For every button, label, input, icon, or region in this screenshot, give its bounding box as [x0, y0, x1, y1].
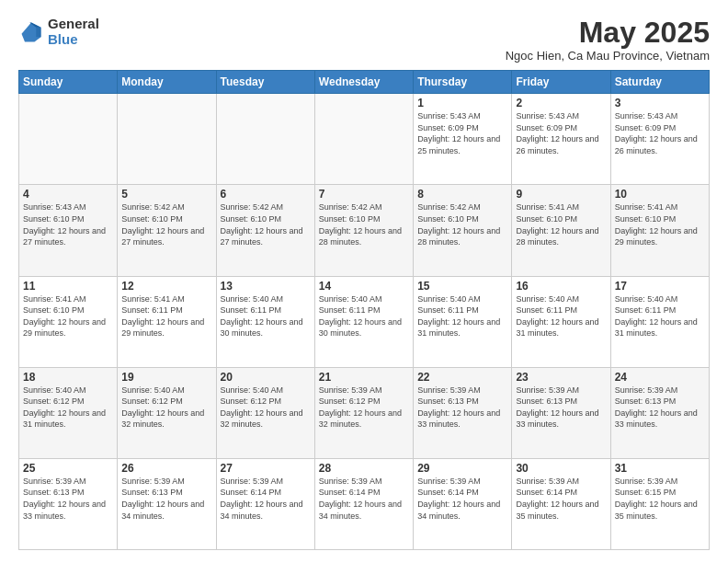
logo-icon — [18, 19, 44, 45]
day-number: 19 — [121, 371, 211, 384]
day-number: 16 — [516, 280, 606, 293]
day-number: 29 — [417, 462, 507, 475]
calendar-day-empty — [216, 94, 314, 185]
day-number: 26 — [121, 462, 211, 475]
day-number: 23 — [516, 371, 606, 384]
day-info: Sunrise: 5:40 AM Sunset: 6:12 PM Dayligh… — [23, 385, 113, 431]
calendar-week-row: 11Sunrise: 5:41 AM Sunset: 6:10 PM Dayli… — [19, 276, 710, 367]
weekday-header-friday: Friday — [512, 71, 610, 94]
calendar-day-14: 14Sunrise: 5:40 AM Sunset: 6:11 PM Dayli… — [314, 276, 413, 367]
weekday-header-saturday: Saturday — [610, 71, 709, 94]
day-info: Sunrise: 5:43 AM Sunset: 6:10 PM Dayligh… — [23, 201, 113, 247]
calendar-day-8: 8Sunrise: 5:42 AM Sunset: 6:10 PM Daylig… — [414, 185, 512, 276]
day-info: Sunrise: 5:40 AM Sunset: 6:11 PM Dayligh… — [221, 293, 311, 339]
calendar-day-21: 21Sunrise: 5:39 AM Sunset: 6:12 PM Dayli… — [314, 367, 413, 458]
weekday-header-monday: Monday — [118, 71, 216, 94]
day-info: Sunrise: 5:39 AM Sunset: 6:13 PM Dayligh… — [516, 385, 606, 431]
calendar-header-row: SundayMondayTuesdayWednesdayThursdayFrid… — [19, 71, 710, 94]
day-number: 24 — [615, 371, 705, 384]
day-number: 25 — [23, 462, 113, 475]
day-number: 14 — [319, 280, 409, 293]
day-info: Sunrise: 5:39 AM Sunset: 6:15 PM Dayligh… — [615, 476, 705, 522]
day-info: Sunrise: 5:41 AM Sunset: 6:10 PM Dayligh… — [516, 201, 606, 247]
calendar-day-27: 27Sunrise: 5:39 AM Sunset: 6:14 PM Dayli… — [216, 458, 314, 549]
page: General Blue May 2025 Ngoc Hien, Ca Mau … — [0, 0, 728, 563]
svg-marker-2 — [36, 27, 40, 37]
calendar-day-22: 22Sunrise: 5:39 AM Sunset: 6:13 PM Dayli… — [414, 367, 512, 458]
calendar-day-28: 28Sunrise: 5:39 AM Sunset: 6:14 PM Dayli… — [314, 458, 413, 549]
day-number: 5 — [121, 188, 211, 201]
calendar-location: Ngoc Hien, Ca Mau Province, Vietnam — [506, 49, 710, 63]
calendar-day-10: 10Sunrise: 5:41 AM Sunset: 6:10 PM Dayli… — [610, 185, 709, 276]
calendar-day-4: 4Sunrise: 5:43 AM Sunset: 6:10 PM Daylig… — [19, 185, 118, 276]
day-info: Sunrise: 5:40 AM Sunset: 6:11 PM Dayligh… — [615, 293, 705, 339]
day-number: 3 — [615, 97, 705, 109]
calendar-day-20: 20Sunrise: 5:40 AM Sunset: 6:12 PM Dayli… — [216, 367, 314, 458]
day-info: Sunrise: 5:42 AM Sunset: 6:10 PM Dayligh… — [121, 201, 211, 247]
day-number: 21 — [319, 371, 409, 384]
calendar-day-31: 31Sunrise: 5:39 AM Sunset: 6:15 PM Dayli… — [610, 458, 709, 549]
day-number: 15 — [417, 280, 507, 293]
day-info: Sunrise: 5:42 AM Sunset: 6:10 PM Dayligh… — [319, 201, 409, 247]
day-info: Sunrise: 5:43 AM Sunset: 6:09 PM Dayligh… — [615, 110, 705, 156]
logo: General Blue — [18, 17, 99, 47]
day-number: 18 — [23, 371, 113, 384]
day-number: 13 — [221, 280, 311, 293]
calendar-day-30: 30Sunrise: 5:39 AM Sunset: 6:14 PM Dayli… — [512, 458, 610, 549]
day-info: Sunrise: 5:43 AM Sunset: 6:09 PM Dayligh… — [417, 110, 507, 156]
day-info: Sunrise: 5:40 AM Sunset: 6:11 PM Dayligh… — [417, 293, 507, 339]
day-info: Sunrise: 5:40 AM Sunset: 6:12 PM Dayligh… — [221, 385, 311, 431]
day-info: Sunrise: 5:39 AM Sunset: 6:12 PM Dayligh… — [319, 385, 409, 431]
weekday-header-wednesday: Wednesday — [314, 71, 413, 94]
day-number: 28 — [319, 462, 409, 475]
calendar-week-row: 4Sunrise: 5:43 AM Sunset: 6:10 PM Daylig… — [19, 185, 710, 276]
day-info: Sunrise: 5:39 AM Sunset: 6:14 PM Dayligh… — [417, 476, 507, 522]
weekday-header-tuesday: Tuesday — [216, 71, 314, 94]
day-info: Sunrise: 5:39 AM Sunset: 6:14 PM Dayligh… — [516, 476, 606, 522]
calendar-day-2: 2Sunrise: 5:43 AM Sunset: 6:09 PM Daylig… — [512, 94, 610, 185]
calendar-day-empty — [314, 94, 413, 185]
calendar-day-13: 13Sunrise: 5:40 AM Sunset: 6:11 PM Dayli… — [216, 276, 314, 367]
weekday-header-thursday: Thursday — [414, 71, 512, 94]
day-number: 12 — [121, 280, 211, 293]
day-number: 22 — [417, 371, 507, 384]
day-info: Sunrise: 5:40 AM Sunset: 6:11 PM Dayligh… — [516, 293, 606, 339]
day-info: Sunrise: 5:39 AM Sunset: 6:13 PM Dayligh… — [121, 476, 211, 522]
calendar-title: May 2025 — [506, 17, 710, 49]
calendar-week-row: 18Sunrise: 5:40 AM Sunset: 6:12 PM Dayli… — [19, 367, 710, 458]
calendar-day-9: 9Sunrise: 5:41 AM Sunset: 6:10 PM Daylig… — [512, 185, 610, 276]
calendar-day-18: 18Sunrise: 5:40 AM Sunset: 6:12 PM Dayli… — [19, 367, 118, 458]
header: General Blue May 2025 Ngoc Hien, Ca Mau … — [18, 17, 710, 63]
day-number: 7 — [319, 188, 409, 201]
calendar-day-11: 11Sunrise: 5:41 AM Sunset: 6:10 PM Dayli… — [19, 276, 118, 367]
calendar-day-empty — [118, 94, 216, 185]
calendar-day-29: 29Sunrise: 5:39 AM Sunset: 6:14 PM Dayli… — [414, 458, 512, 549]
day-info: Sunrise: 5:42 AM Sunset: 6:10 PM Dayligh… — [221, 201, 311, 247]
day-info: Sunrise: 5:42 AM Sunset: 6:10 PM Dayligh… — [417, 201, 507, 247]
calendar-day-5: 5Sunrise: 5:42 AM Sunset: 6:10 PM Daylig… — [118, 185, 216, 276]
calendar-day-19: 19Sunrise: 5:40 AM Sunset: 6:12 PM Dayli… — [118, 367, 216, 458]
day-number: 27 — [221, 462, 311, 475]
calendar-day-15: 15Sunrise: 5:40 AM Sunset: 6:11 PM Dayli… — [414, 276, 512, 367]
day-info: Sunrise: 5:41 AM Sunset: 6:10 PM Dayligh… — [615, 201, 705, 247]
calendar-day-empty — [19, 94, 118, 185]
calendar-week-row: 1Sunrise: 5:43 AM Sunset: 6:09 PM Daylig… — [19, 94, 710, 185]
calendar-day-16: 16Sunrise: 5:40 AM Sunset: 6:11 PM Dayli… — [512, 276, 610, 367]
day-info: Sunrise: 5:40 AM Sunset: 6:11 PM Dayligh… — [319, 293, 409, 339]
day-info: Sunrise: 5:39 AM Sunset: 6:14 PM Dayligh… — [221, 476, 311, 522]
day-number: 2 — [516, 97, 606, 109]
logo-text: General Blue — [48, 17, 99, 47]
day-info: Sunrise: 5:43 AM Sunset: 6:09 PM Dayligh… — [516, 110, 606, 156]
day-number: 8 — [417, 188, 507, 201]
day-number: 10 — [615, 188, 705, 201]
calendar-table: SundayMondayTuesdayWednesdayThursdayFrid… — [18, 70, 710, 550]
calendar-day-25: 25Sunrise: 5:39 AM Sunset: 6:13 PM Dayli… — [19, 458, 118, 549]
logo-general: General — [48, 17, 99, 32]
day-number: 20 — [221, 371, 311, 384]
day-number: 11 — [23, 280, 113, 293]
day-number: 1 — [417, 97, 507, 109]
day-info: Sunrise: 5:39 AM Sunset: 6:13 PM Dayligh… — [417, 385, 507, 431]
calendar-day-3: 3Sunrise: 5:43 AM Sunset: 6:09 PM Daylig… — [610, 94, 709, 185]
calendar-week-row: 25Sunrise: 5:39 AM Sunset: 6:13 PM Dayli… — [19, 458, 710, 549]
day-number: 6 — [221, 188, 311, 201]
